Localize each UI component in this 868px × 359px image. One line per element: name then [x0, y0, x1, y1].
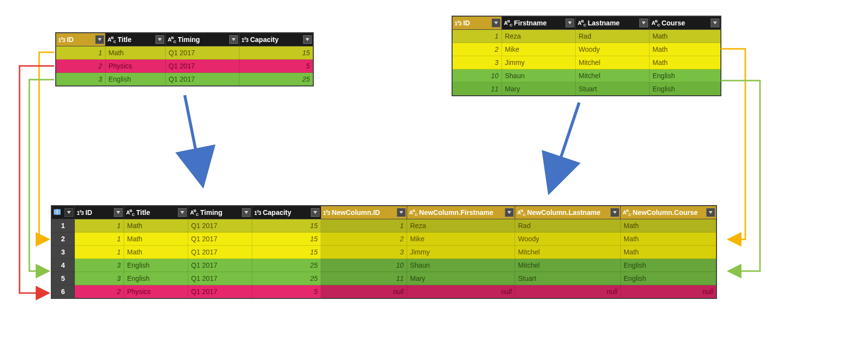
connector-lines: [0, 0, 868, 359]
